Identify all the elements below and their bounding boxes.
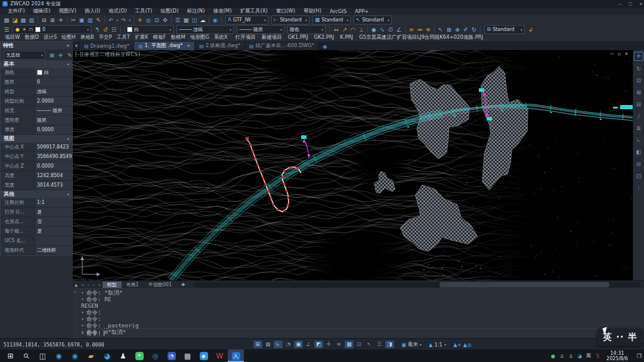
scrollbar-thumb[interactable] — [439, 282, 609, 287]
menu-dimension[interactable]: 标注(N) — [182, 8, 209, 15]
menu-insert[interactable]: 插入(I) — [80, 8, 104, 15]
prop-transparency-value[interactable]: 随层 — [35, 116, 72, 125]
layer-manager-icon[interactable]: ☰ — [174, 16, 182, 24]
nav-ucs-icon[interactable]: ∟ — [634, 137, 643, 144]
window-close-icon[interactable]: ✕ — [636, 2, 644, 7]
annotation-scale-select[interactable]: ▲ 1:1▾ — [429, 342, 446, 348]
menu-file[interactable]: 文件(F) — [4, 8, 29, 15]
plot-style-select[interactable]: 随色▾ — [287, 25, 326, 34]
dimension-style-select[interactable]: ⊞ Standard▾ — [484, 25, 525, 34]
menu-intersection[interactable]: 平交P — [97, 34, 114, 41]
dim-aligned-icon[interactable]: ↗ — [340, 26, 349, 33]
tray-sogou-icon[interactable]: S — [593, 349, 602, 362]
next-layout-icon[interactable]: › — [91, 283, 97, 287]
menu-project[interactable]: 项目W — [2, 34, 22, 41]
command-close-icon[interactable]: ✕ — [74, 290, 76, 295]
lineweight-display-toggle[interactable]: ≡ — [335, 341, 343, 348]
prop-ucs-icon-on-value[interactable]: 是 — [35, 208, 72, 216]
color-select[interactable]: 白▾ — [125, 25, 174, 34]
nav-zoom-window-icon[interactable]: ⊡ — [634, 77, 643, 85]
linetype-select[interactable]: ——— 连续▾ — [177, 25, 234, 34]
quick-dim-icon[interactable]: ≋ — [424, 26, 432, 33]
undo-icon[interactable]: ↶ — [107, 16, 115, 24]
ortho-toggle[interactable]: ∟ — [274, 341, 283, 348]
lineweight-select[interactable]: ——— 随层▾ — [237, 25, 284, 34]
qq-browser-icon[interactable]: ◕ — [99, 349, 115, 362]
last-layout-icon[interactable]: » — [96, 283, 102, 287]
layout-1[interactable]: 布局1 — [122, 281, 144, 289]
tab-pingmiantu[interactable]: ▤1. 平面图 .dwg*✕ — [134, 42, 195, 50]
dim-jogged-icon[interactable]: ∿ — [378, 26, 386, 33]
dim-style-select[interactable]: ⊢ Standard▾ — [271, 16, 309, 24]
start-icon[interactable]: ⊞ — [2, 349, 18, 362]
viewport-close-icon[interactable]: ✕ — [624, 51, 628, 57]
drawing-canvas[interactable] — [73, 50, 644, 280]
notifications-icon[interactable]: ❐ — [632, 353, 644, 359]
menu-express[interactable]: 扩展工具(X) — [236, 8, 271, 15]
tray-qq-browser-icon[interactable]: ◕ — [575, 349, 584, 362]
layout-model[interactable]: 模型 — [103, 281, 122, 289]
tim-icon[interactable]: ◆ — [196, 349, 212, 362]
menu-modify[interactable]: 修改(M) — [209, 8, 236, 15]
menu-template[interactable]: 模板F — [151, 34, 169, 41]
prop-linetype-value[interactable]: 连续 — [35, 87, 72, 96]
menu-design[interactable]: 设计S — [41, 34, 59, 41]
tray-qq-1-icon[interactable]: ♙ — [558, 349, 566, 362]
osnap-toggle[interactable]: ▣ — [294, 341, 303, 348]
menu-edit[interactable]: 编辑(E) — [29, 8, 55, 15]
prop-ucs-per-viewport-value[interactable]: 是 — [35, 227, 72, 236]
viewport-restore-icon[interactable]: ▫ — [618, 51, 621, 57]
zwcad-icon[interactable]: 人 — [228, 349, 244, 362]
prop-lineweight-value[interactable]: ——— 随层 — [35, 106, 72, 115]
nav-pan-icon[interactable]: ✛ — [634, 52, 643, 61]
zoom-extents-icon[interactable]: ✜ — [161, 16, 169, 24]
layer-states-manager-icon[interactable]: ☷ — [110, 26, 118, 33]
menu-tools[interactable]: 工具(T) — [131, 8, 156, 15]
menu-drawing[interactable]: 绘图H — [59, 34, 78, 41]
pan-icon[interactable]: ✛ — [136, 16, 144, 24]
menu-system[interactable]: 系统X — [212, 34, 230, 41]
chevron-down-icon[interactable]: ▾ — [67, 62, 69, 66]
prop-thickness-value[interactable]: 0.0000 — [35, 125, 72, 134]
menu-arcgis[interactable]: ArcGIS — [326, 8, 351, 14]
horizontal-scrollbar[interactable] — [194, 282, 640, 287]
wps-icon[interactable]: W — [212, 349, 228, 362]
tolerance-icon[interactable]: ⊞ — [445, 26, 453, 33]
viewports-icon[interactable]: ◫ — [190, 16, 199, 24]
tray-qq-2-icon[interactable]: ♙ — [566, 349, 575, 362]
tray-ime-icon[interactable]: 英 — [584, 349, 593, 362]
new-project[interactable]: 新建项目 — [259, 34, 285, 41]
nav-orbit-icon[interactable]: ↻ — [634, 65, 643, 73]
menu-draw[interactable]: 绘图(D) — [156, 8, 182, 15]
prj-gk1[interactable]: GK1.PRJ — [285, 34, 311, 41]
dim-style-manager-icon[interactable]: ↲ — [527, 26, 535, 33]
grid-toggle[interactable]: ▦ — [264, 341, 273, 348]
clock-app-icon[interactable]: ◔ — [163, 349, 179, 362]
chat-app-icon[interactable]: ◉ — [67, 349, 83, 362]
auto-annotation-icon[interactable]: ▲+ — [453, 342, 462, 348]
window-maximize-icon[interactable]: ▢ — [625, 2, 636, 7]
menu-app-plus[interactable]: APP+ — [351, 8, 373, 14]
file-explorer-icon[interactable]: ▰ — [83, 349, 99, 362]
nav-view-icon[interactable]: ◧ — [634, 148, 643, 156]
properties-close-icon[interactable]: ✕ — [66, 44, 70, 48]
match-properties-icon[interactable]: ✎ — [94, 16, 103, 24]
prop-color-value[interactable]: 白 — [35, 68, 72, 77]
dynamic-ucs-toggle[interactable]: ✛ — [324, 341, 333, 348]
cloud-icon[interactable]: ☁ — [199, 16, 207, 24]
tab-drawing1[interactable]: ▤Drawing1.dwg* — [80, 42, 134, 50]
prj-gk2[interactable]: GK2.PRJ — [311, 34, 338, 41]
publish-icon[interactable]: ✈ — [57, 16, 65, 24]
online-map-icon[interactable]: ◉ — [211, 16, 219, 24]
prj-k[interactable]: K.PRJ — [337, 34, 356, 41]
annotation-visibility-icon[interactable]: ▲◎ — [463, 342, 472, 348]
command-collapse-icon[interactable]: ▲ — [73, 283, 79, 287]
prop-section-misc[interactable]: 其他▾ — [1, 190, 72, 198]
mleader-style-select[interactable]: ↖ Standard▾ — [354, 16, 392, 24]
menu-dtm[interactable]: 数模M — [168, 34, 187, 41]
nav-clip-icon[interactable]: ◰ — [634, 172, 643, 180]
prop-center-y-value[interactable]: 3566490.8549 — [35, 152, 72, 161]
prop-center-z-value[interactable]: 0.0000 — [35, 162, 72, 171]
text-style-select[interactable]: A GTF_IW▾ — [225, 16, 268, 24]
layer-lock-icon[interactable]: ⊓ — [28, 26, 33, 33]
